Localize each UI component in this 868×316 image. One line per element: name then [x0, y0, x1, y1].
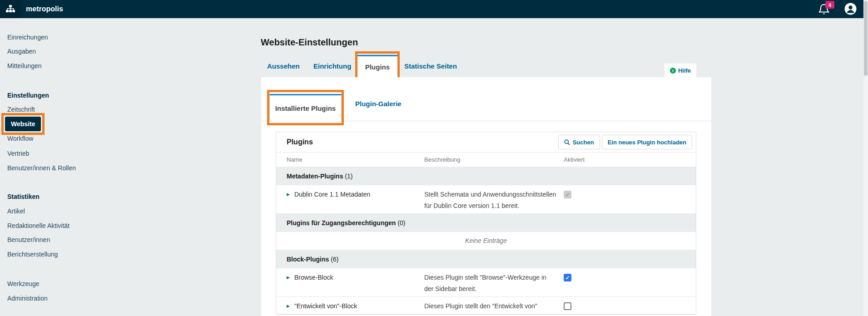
sidebar-item-administration[interactable]: Administration	[7, 294, 48, 303]
notification-count-badge: 4	[825, 1, 834, 9]
plugins-grid: Plugins Suchen Ein neues Plugin hochlade…	[276, 132, 696, 315]
table-row-entwickelt-von-block: ▶ "Entwickelt von"-Block Dieses Plugin s…	[276, 297, 696, 314]
search-button-label: Suchen	[573, 139, 594, 146]
section-label: Plugins für Zugangsberechtigungen	[287, 219, 396, 227]
app-logo-button[interactable]	[0, 0, 21, 18]
upload-plugin-button[interactable]: Ein neues Plugin hochladen	[602, 135, 692, 149]
upload-plugin-button-label: Ein neues Plugin hochladen	[608, 139, 686, 146]
tab-aussehen[interactable]: Aussehen	[267, 55, 300, 77]
plugin-name: Browse-Block	[294, 272, 333, 283]
column-header-row: Name Beschreibung Aktiviert	[276, 153, 696, 167]
table-row-dublin-core: ▶ Dublin Core 1.1 Metadaten Stellt Schem…	[276, 185, 696, 214]
search-button[interactable]: Suchen	[558, 135, 600, 149]
subtab-plugin-galerie[interactable]: Plugin-Galerie	[351, 90, 406, 117]
plugin-name: Dublin Core 1.1 Metadaten	[294, 189, 370, 200]
scrollbar-track[interactable]	[863, 0, 868, 316]
sidebar-header-statistiken: Statistiken	[7, 192, 40, 201]
empty-row: Keine Einträge	[276, 232, 696, 250]
website-settings-panel: Installierte Plugins Plugin-Galerie Plug…	[261, 77, 711, 316]
plugin-description: Dieses Plugin stellt "Browse"-Werkzeuge …	[424, 272, 557, 295]
journal-name[interactable]: metropolis	[26, 0, 63, 18]
scrollbar-thumb[interactable]	[864, 1, 868, 76]
plugins-grid-header: Plugins Suchen Ein neues Plugin hochlade…	[276, 132, 696, 153]
sidebar-item-einreichungen[interactable]: Einreichungen	[7, 33, 48, 42]
tab-statische-seiten[interactable]: Statische Seiten	[404, 55, 457, 77]
plugin-enabled-checkbox-browse-block[interactable]	[564, 274, 571, 281]
triangle-right-icon[interactable]: ▶	[287, 272, 290, 283]
sidebar-item-benutzer[interactable]: Benutzer/innen	[7, 235, 50, 244]
plugin-description: Dieses Plugin stellt den "Entwickelt von…	[424, 301, 557, 312]
column-header-description: Beschreibung	[424, 156, 564, 163]
sidebar-item-artikel[interactable]: Artikel	[7, 207, 25, 216]
sidebar-item-website-active[interactable]: Website	[5, 117, 41, 131]
section-label: Block-Plugins	[287, 256, 329, 263]
plugin-description: Stellt Schemata und Anwendungsschnittste…	[424, 189, 557, 212]
user-icon	[844, 3, 857, 15]
magnifier-icon	[564, 139, 570, 145]
sitemap-icon	[5, 5, 15, 14]
sidebar-header-einstellungen: Einstellungen	[7, 91, 49, 100]
sidebar-item-workflow[interactable]: Workflow	[7, 134, 33, 143]
sidebar-item-berichtserstellung[interactable]: Berichtserstellung	[7, 250, 58, 259]
plugin-name: "Entwickelt von"-Block	[294, 301, 357, 312]
section-block-plugins: Block-Plugins (6)	[276, 250, 696, 268]
sidebar-item-mitteilungen[interactable]: Mitteilungen	[7, 61, 42, 70]
section-zugangsberechtigungen: Plugins für Zugangsberechtigungen (0)	[276, 214, 696, 232]
sidebar-item-zeitschrift[interactable]: Zeitschrift	[7, 105, 35, 114]
section-label: Metadaten-Plugins	[287, 173, 343, 180]
top-bar: metropolis 4	[0, 0, 868, 18]
tab-einrichtung[interactable]: Einrichtung	[313, 55, 351, 77]
triangle-right-icon[interactable]: ▶	[287, 189, 290, 200]
plugins-grid-title: Plugins	[287, 138, 313, 146]
section-count: (0)	[397, 219, 405, 227]
table-row-browse-block: ▶ Browse-Block Dieses Plugin stellt "Bro…	[276, 268, 696, 297]
tab-plugins-active[interactable]: Plugins	[357, 55, 397, 77]
column-header-enabled: Aktiviert	[564, 156, 689, 163]
user-menu-button[interactable]	[844, 3, 857, 15]
plugin-enabled-checkbox-dublin-core	[564, 191, 571, 198]
section-count: (1)	[345, 173, 352, 180]
annotation-box-installierte-plugins: Installierte Plugins	[267, 90, 344, 125]
sidebar-item-vertrieb[interactable]: Vertrieb	[7, 149, 29, 158]
subtab-installierte-plugins-active[interactable]: Installierte Plugins	[269, 94, 342, 121]
annotation-box-website: Website	[1, 113, 45, 135]
annotation-box-plugins-tab: Plugins	[355, 51, 400, 79]
section-metadaten-plugins: Metadaten-Plugins (1)	[276, 167, 696, 185]
page-title: Website-Einstellungen	[261, 37, 358, 48]
section-count: (6)	[331, 256, 338, 263]
column-header-name: Name	[287, 156, 424, 163]
sidebar-item-ausgaben[interactable]: Ausgaben	[7, 47, 36, 56]
plugin-enabled-checkbox-entwickelt-von[interactable]	[564, 302, 571, 310]
sidebar-item-werkzeuge[interactable]: Werkzeuge	[7, 279, 40, 288]
sidebar-item-benutzer-rollen[interactable]: Benutzer/innen & Rollen	[7, 163, 76, 173]
help-label: Hilfe	[678, 67, 691, 74]
help-button[interactable]: i Hilfe	[665, 64, 696, 77]
sidebar-item-redaktionelle-aktivitaet[interactable]: Redaktionelle Aktivität	[7, 221, 69, 230]
triangle-right-icon[interactable]: ▶	[287, 301, 290, 312]
info-icon: i	[670, 68, 676, 74]
